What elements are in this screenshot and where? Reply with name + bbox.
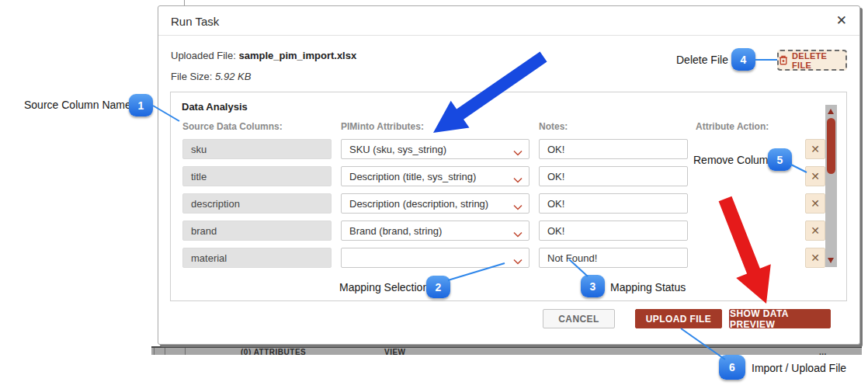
background-text-fragment: ... <box>819 348 827 355</box>
cancel-button[interactable]: CANCEL <box>543 309 615 328</box>
callout-bubble-6: 6 <box>719 355 745 380</box>
dialog-title: Run Task <box>171 15 219 28</box>
callout-bubble-5: 5 <box>768 148 792 171</box>
background-text-fragment: (0) ATTRIBUTES <box>241 348 306 355</box>
trash-icon <box>779 55 788 65</box>
chevron-down-icon <box>513 174 523 186</box>
scroll-up-icon[interactable] <box>828 109 834 114</box>
attribute-select[interactable]: Description (description, string) <box>341 193 529 214</box>
attribute-select[interactable]: Description (title, sys_string) <box>341 166 529 186</box>
attribute-select-value: Brand (brand, string) <box>349 225 442 237</box>
background-table-row: (0) ATTRIBUTES VIEW ... <box>151 346 862 355</box>
attribute-select[interactable]: Brand (brand, string) <box>341 221 529 241</box>
file-size-label: File Size: <box>171 71 212 82</box>
delete-file-label: DELETE FILE <box>792 51 845 70</box>
callout-label-import-upload-file: Import / Upload File <box>752 362 846 374</box>
show-data-preview-button[interactable]: SHOW DATA PREVIEW <box>729 309 831 328</box>
callout-label-mapping-status: Mapping Status <box>610 281 686 293</box>
file-size-value: 5.92 KB <box>215 71 251 82</box>
attribute-select[interactable]: SKU (sku, sys_string) <box>341 139 529 159</box>
chevron-down-icon <box>513 228 523 240</box>
panel-title: Data Analysis <box>182 101 248 113</box>
header-notes: Notes: <box>539 121 568 132</box>
remove-column-button[interactable]: ✕ <box>805 139 825 159</box>
chevron-down-icon <box>513 147 523 158</box>
delete-file-button[interactable]: DELETE FILE <box>777 50 847 71</box>
header-piminto-attributes: PIMinto Attributes: <box>341 121 424 132</box>
file-size-line: File Size: 5.92 KB <box>171 71 251 82</box>
background-table-line <box>184 0 185 5</box>
callout-label-source-column-name: Source Column Name <box>24 99 131 111</box>
attribute-select-value: SKU (sku, sys_string) <box>349 144 446 155</box>
data-analysis-panel: Data Analysis Source Data Columns: PIMin… <box>170 92 847 301</box>
scrollbar[interactable] <box>825 105 837 267</box>
attribute-select-value: Description (title, sys_string) <box>349 171 476 182</box>
note-field[interactable]: OK! <box>539 166 688 186</box>
header-attribute-action: Attribute Action: <box>696 121 769 132</box>
upload-file-button[interactable]: UPLOAD FILE <box>635 309 722 328</box>
source-column-field[interactable]: title <box>182 166 332 186</box>
scrollbar-thumb[interactable] <box>827 118 835 174</box>
uploaded-file-line: Uploaded File: sample_pim_import.xlsx <box>171 50 356 61</box>
callout-bubble-1: 1 <box>129 94 153 116</box>
close-icon[interactable]: ✕ <box>836 13 847 29</box>
background-column-line <box>154 348 155 355</box>
background-column-line <box>165 348 165 355</box>
uploaded-file-name: sample_pim_import.xlsx <box>238 50 356 61</box>
source-column-field[interactable]: material <box>182 248 332 268</box>
header-source-columns: Source Data Columns: <box>182 121 283 132</box>
background-text-fragment: VIEW <box>384 348 406 355</box>
source-column-field[interactable]: description <box>182 193 332 214</box>
remove-column-button[interactable]: ✕ <box>805 166 825 186</box>
background-column-line <box>185 348 186 355</box>
note-field[interactable]: OK! <box>539 139 688 159</box>
scroll-down-icon[interactable] <box>828 258 834 263</box>
callout-label-remove-column: Remove Column <box>693 154 774 166</box>
callout-label-delete-file: Delete File <box>676 54 728 66</box>
chevron-down-icon <box>513 201 523 213</box>
source-column-field[interactable]: brand <box>182 221 332 241</box>
note-field[interactable]: Not Found! <box>539 248 688 268</box>
chevron-down-icon <box>513 255 523 267</box>
remove-column-button[interactable]: ✕ <box>805 193 825 214</box>
remove-column-button[interactable]: ✕ <box>805 221 825 241</box>
note-field[interactable]: OK! <box>539 193 688 214</box>
source-column-field[interactable]: sku <box>182 139 332 159</box>
page: (0) ATTRIBUTES VIEW ... Run Task ✕ Uploa… <box>0 0 868 389</box>
uploaded-file-label: Uploaded File: <box>171 50 236 61</box>
note-field[interactable]: OK! <box>539 221 688 241</box>
callout-label-mapping-selection: Mapping Selection <box>339 281 429 293</box>
dialog-header: Run Task ✕ <box>158 6 859 36</box>
remove-column-button[interactable]: ✕ <box>805 248 825 268</box>
callout-bubble-2: 2 <box>426 276 450 298</box>
callout-bubble-3: 3 <box>581 275 605 297</box>
callout-bubble-4: 4 <box>731 48 755 71</box>
attribute-select-value: Description (description, string) <box>349 198 488 210</box>
attribute-select[interactable] <box>341 248 529 268</box>
